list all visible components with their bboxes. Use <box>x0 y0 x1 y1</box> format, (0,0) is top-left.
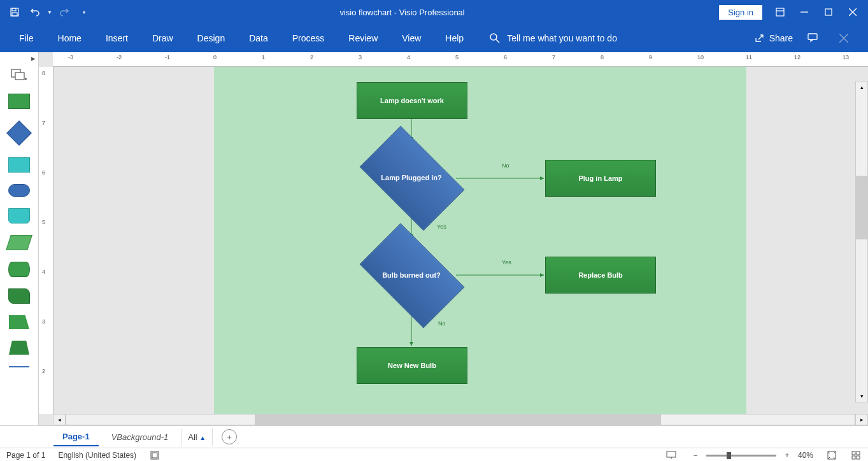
macro-icon[interactable] <box>149 450 160 461</box>
tab-process[interactable]: Process <box>281 28 336 48</box>
tab-page1[interactable]: Page-1 <box>53 428 99 446</box>
zoom-out-icon[interactable]: − <box>690 450 701 461</box>
shapes-panel: ▸ ▸ <box>0 52 39 425</box>
horizontal-ruler: -3-2-1012345678910111213 <box>53 52 868 67</box>
shape-process[interactable] <box>8 94 30 109</box>
scroll-left-icon[interactable]: ◂ <box>53 414 66 425</box>
node-start[interactable]: Lamp doesn't work <box>357 82 467 119</box>
tab-review[interactable]: Review <box>337 28 389 48</box>
window-title: visio flowchart - Visio Professional <box>85 8 719 17</box>
shape-manual-input[interactable] <box>9 341 29 355</box>
svg-rect-5 <box>825 9 832 15</box>
vertical-scrollbar[interactable]: ▴ ▾ <box>855 81 868 402</box>
undo-dropdown-icon[interactable]: ▼ <box>47 10 52 15</box>
svg-rect-2 <box>12 13 17 16</box>
all-pages-button[interactable]: All ▲ <box>181 429 213 446</box>
add-page-button[interactable]: + <box>222 429 237 444</box>
fullscreen-icon[interactable] <box>850 450 862 461</box>
drawing-canvas[interactable]: Lamp doesn't work Lamp Plugged in? No Pl… <box>53 67 868 414</box>
tab-data[interactable]: Data <box>238 28 280 48</box>
edge-yes-1: Yes <box>437 223 446 230</box>
tab-vbackground[interactable]: VBackground-1 <box>103 429 178 446</box>
scroll-right-icon[interactable]: ▸ <box>855 414 868 425</box>
shape-database[interactable] <box>8 262 30 277</box>
node-plugin[interactable]: Plug in Lamp <box>545 160 656 197</box>
shape-subprocess[interactable] <box>8 157 30 173</box>
fit-window-icon[interactable] <box>826 450 837 461</box>
comments-icon[interactable] <box>807 32 818 45</box>
edge-no-2: No <box>438 320 446 327</box>
tab-insert[interactable]: Insert <box>94 28 139 48</box>
expand-panel-icon[interactable]: ▸ <box>31 53 36 63</box>
shapes-window-icon[interactable]: ▸ <box>11 69 27 82</box>
presentation-icon[interactable] <box>665 450 677 461</box>
svg-rect-3 <box>776 8 784 16</box>
zoom-in-icon[interactable]: + <box>781 450 793 461</box>
tab-draw[interactable]: Draw <box>141 28 185 48</box>
undo-icon[interactable] <box>27 4 43 20</box>
svg-rect-21 <box>152 453 157 458</box>
node-newbulb[interactable]: New New Bulb <box>357 347 467 384</box>
tell-me-label: Tell me what you want to do <box>507 33 617 43</box>
zoom-slider[interactable] <box>706 455 776 457</box>
edge-no-1: No <box>502 162 509 169</box>
shape-terminator[interactable] <box>8 184 30 197</box>
svg-rect-1 <box>12 8 16 11</box>
shape-decision[interactable] <box>6 120 32 146</box>
shape-external[interactable] <box>8 288 30 304</box>
language[interactable]: English (United States) <box>58 451 136 460</box>
maximize-icon[interactable] <box>822 6 835 18</box>
ribbon-tabs: File Home Insert Draw Design Data Proces… <box>0 24 868 52</box>
tab-help[interactable]: Help <box>434 28 475 48</box>
vscroll-thumb[interactable] <box>856 176 867 239</box>
node-bulb-decision[interactable]: Bulb burned out? <box>367 239 456 311</box>
horizontal-scrollbar[interactable]: ◂ ▸ <box>53 414 868 425</box>
svg-point-8 <box>490 34 497 40</box>
vertical-ruler: 8765432 <box>39 67 53 414</box>
tab-design[interactable]: Design <box>186 28 237 48</box>
signin-button[interactable]: Sign in <box>719 5 762 20</box>
node-plugged-decision[interactable]: Lamp Plugged in? <box>367 142 456 213</box>
edge-yes-2: Yes <box>502 259 511 266</box>
shape-document[interactable] <box>8 208 30 223</box>
tab-view[interactable]: View <box>390 28 432 48</box>
zoom-control: − + 40% <box>690 450 813 461</box>
shape-data[interactable] <box>6 235 32 250</box>
zoom-level[interactable]: 40% <box>798 451 813 460</box>
shape-manual-op[interactable] <box>9 315 29 329</box>
page-background: Lamp doesn't work Lamp Plugged in? No Pl… <box>214 67 746 414</box>
save-icon[interactable] <box>6 4 23 20</box>
hscroll-thumb[interactable] <box>255 415 661 425</box>
svg-rect-22 <box>667 451 676 457</box>
svg-rect-14 <box>15 73 24 80</box>
tell-me-search[interactable]: Tell me what you want to do <box>489 32 617 44</box>
tab-file[interactable]: File <box>8 28 45 48</box>
tab-home[interactable]: Home <box>46 28 93 48</box>
title-bar: ▼ ▾ visio flowchart - Visio Professional… <box>0 0 868 24</box>
svg-rect-10 <box>808 34 817 39</box>
svg-line-9 <box>496 39 499 43</box>
scroll-down-icon[interactable]: ▾ <box>856 390 867 402</box>
share-button[interactable]: Share <box>754 33 793 43</box>
status-bar: Page 1 of 1 English (United States) − + … <box>0 448 868 461</box>
svg-rect-28 <box>857 456 860 459</box>
node-replace[interactable]: Replace Bulb <box>545 257 656 294</box>
svg-rect-26 <box>857 451 860 455</box>
page-tabs: Page-1 VBackground-1 All ▲ + <box>0 425 868 448</box>
shape-connector[interactable] <box>9 366 29 367</box>
quick-access-toolbar: ▼ ▾ <box>0 4 85 20</box>
svg-rect-27 <box>852 456 855 459</box>
collapse-ribbon-icon[interactable] <box>832 27 855 50</box>
close-icon[interactable] <box>846 6 859 18</box>
ribbon-options-icon[interactable] <box>774 6 786 18</box>
svg-rect-25 <box>852 451 855 455</box>
page-count: Page 1 of 1 <box>6 451 45 460</box>
redo-icon[interactable] <box>56 4 73 20</box>
scroll-up-icon[interactable]: ▴ <box>856 82 867 93</box>
minimize-icon[interactable] <box>798 6 811 18</box>
